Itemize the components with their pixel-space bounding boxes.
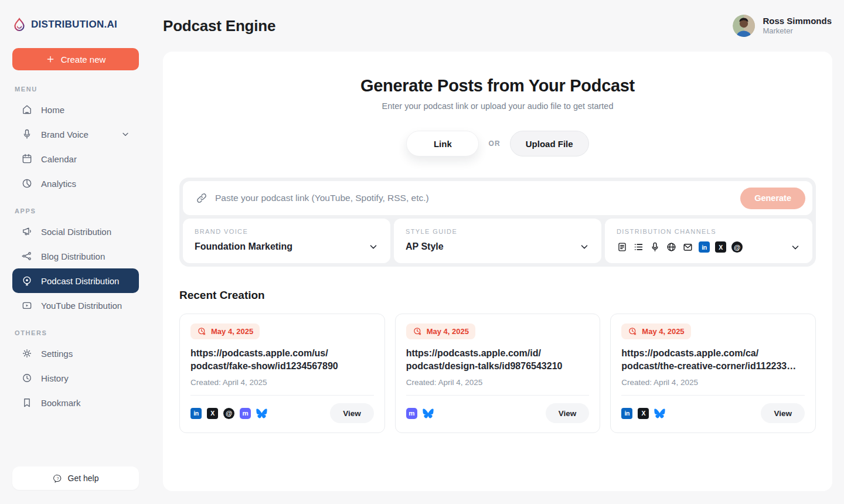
card-channels: m: [406, 408, 434, 419]
link-icon: [196, 192, 207, 204]
gear-icon: [21, 348, 33, 359]
divider: [621, 395, 805, 396]
sidebar-item-label: Settings: [41, 349, 73, 359]
mastodon-icon: m: [240, 408, 251, 419]
date-text: May 4, 2025: [427, 327, 469, 336]
sidebar-item-label: History: [41, 373, 69, 383]
generate-button[interactable]: Generate: [740, 188, 805, 209]
sidebar-item-blog-distribution[interactable]: Blog Distribution: [12, 244, 139, 268]
user-role: Marketer: [763, 26, 832, 36]
x-icon: X: [207, 408, 218, 419]
hero-subtitle: Enter your podcast link or upload your a…: [163, 101, 832, 111]
brand-voice-value: Foundation Marketing: [195, 241, 292, 252]
recent-card: May 4, 2025https://podcasts.apple.com/id…: [395, 314, 601, 433]
create-new-button[interactable]: Create new: [12, 48, 139, 70]
sidebar-item-analytics[interactable]: Analytics: [12, 171, 139, 196]
chevron-down-icon: [368, 241, 379, 252]
created-date: Created: April 4, 2025: [406, 378, 590, 387]
sidebar-item-social-distribution[interactable]: Social Distribution: [12, 219, 139, 244]
plus-icon: [46, 55, 55, 64]
sidebar-item-label: Brand Voice: [41, 130, 89, 139]
threads-icon: @: [223, 408, 234, 419]
recent-card: May 4, 2025https://podcasts.apple.com/us…: [179, 314, 385, 433]
card-channels: inX@m: [190, 408, 267, 419]
card-channels: inX: [621, 408, 665, 419]
podcast-link-row: Generate: [183, 181, 812, 215]
hero: Generate Posts from Your Podcast Enter y…: [163, 52, 832, 156]
topbar: Podcast Engine Ross Simmonds Marketer: [151, 0, 844, 52]
home-icon: [21, 104, 33, 115]
user-chip[interactable]: Ross Simmonds Marketer: [733, 15, 832, 37]
date-text: May 4, 2025: [642, 327, 684, 336]
chevron-down-icon: [790, 242, 801, 253]
svg-text:?: ?: [56, 476, 59, 480]
upload-file-tab[interactable]: Upload File: [510, 131, 589, 156]
view-button[interactable]: View: [761, 403, 805, 423]
podcast-icon: [21, 275, 33, 287]
clock-x-icon: [628, 326, 638, 336]
mic-icon: [21, 128, 33, 140]
podcast-url: https://podcasts.apple.com/us/​podcast/f…: [190, 347, 374, 373]
brand-name: DISTRIBUTION.AI: [31, 19, 117, 30]
sidebar-item-label: Home: [41, 105, 64, 115]
megaphone-icon: [21, 226, 33, 237]
sidebar-item-podcast-distribution[interactable]: Podcast Distribution: [12, 268, 139, 293]
mastodon-icon: m: [406, 408, 417, 419]
card-footer: mView: [406, 403, 590, 423]
create-new-label: Create new: [61, 55, 106, 64]
get-help-label: Get help: [68, 474, 99, 483]
analytics-icon: [21, 178, 33, 189]
sidebar: DISTRIBUTION.AI Create new MENUHomeBrand…: [0, 0, 151, 504]
bookmark-icon: [21, 397, 33, 408]
sidebar-item-history[interactable]: History: [12, 366, 139, 390]
view-button[interactable]: View: [546, 403, 590, 423]
podcast-link-input[interactable]: [215, 193, 740, 203]
main-panel: Generate Posts from Your Podcast Enter y…: [163, 52, 832, 491]
nav-section-label: OTHERS: [15, 329, 139, 336]
mic-small-icon: [649, 241, 661, 253]
distribution-channels-select[interactable]: DISTRIBUTION CHANNELS inX@: [605, 219, 812, 263]
style-guide-select[interactable]: STYLE GUIDE AP Style: [394, 219, 601, 263]
selects-row: BRAND VOICE Foundation Marketing STYLE G…: [183, 219, 812, 263]
sidebar-item-settings[interactable]: Settings: [12, 341, 139, 366]
sidebar-item-label: Blog Distribution: [41, 251, 105, 261]
or-label: OR: [488, 139, 500, 148]
globe-icon: [666, 241, 677, 253]
recent-cards: May 4, 2025https://podcasts.apple.com/us…: [179, 314, 816, 433]
sidebar-item-brand-voice[interactable]: Brand Voice: [12, 122, 139, 147]
list-icon: [633, 241, 644, 253]
user-name: Ross Simmonds: [763, 15, 832, 27]
date-badge: May 4, 2025: [190, 323, 260, 339]
x-icon: X: [638, 408, 649, 419]
linkedin-icon: in: [699, 241, 710, 253]
sidebar-item-home[interactable]: Home: [12, 97, 139, 122]
divider: [406, 395, 590, 396]
get-help-button[interactable]: ? Get help: [12, 466, 139, 490]
distribution-channels-icons: inX@: [617, 241, 743, 253]
calendar-icon: [21, 153, 33, 165]
view-button[interactable]: View: [330, 403, 374, 423]
style-guide-value: AP Style: [406, 241, 444, 252]
distribution-channels-label: DISTRIBUTION CHANNELS: [617, 228, 801, 235]
sidebar-item-label: Podcast Distribution: [41, 276, 119, 286]
page-title: Podcast Engine: [163, 17, 275, 35]
youtube-icon: [21, 299, 33, 311]
avatar: [733, 15, 755, 37]
sidebar-item-youtube-distribution[interactable]: YouTube Distribution: [12, 293, 139, 318]
brand-voice-select[interactable]: BRAND VOICE Foundation Marketing: [183, 219, 390, 263]
sidebar-item-calendar[interactable]: Calendar: [12, 147, 139, 171]
podcast-url: https://podcasts.apple.com/id/​podcast/d…: [406, 347, 590, 373]
style-guide-label: STYLE GUIDE: [406, 228, 590, 235]
link-tab[interactable]: Link: [406, 131, 479, 156]
sidebar-item-bookmark[interactable]: Bookmark: [12, 390, 139, 415]
recent-card: May 4, 2025https://podcasts.apple.com/ca…: [610, 314, 816, 433]
nav-section-label: MENU: [15, 86, 139, 93]
card-footer: inXView: [621, 403, 805, 423]
bluesky-icon: [423, 408, 434, 419]
date-text: May 4, 2025: [211, 327, 253, 336]
mail-icon: [682, 241, 693, 253]
nav-section-label: APPS: [15, 207, 139, 214]
generate-form: Generate BRAND VOICE Foundation Marketin…: [179, 178, 816, 267]
brand-logo-icon: [12, 18, 26, 32]
hero-title: Generate Posts from Your Podcast: [163, 76, 832, 96]
